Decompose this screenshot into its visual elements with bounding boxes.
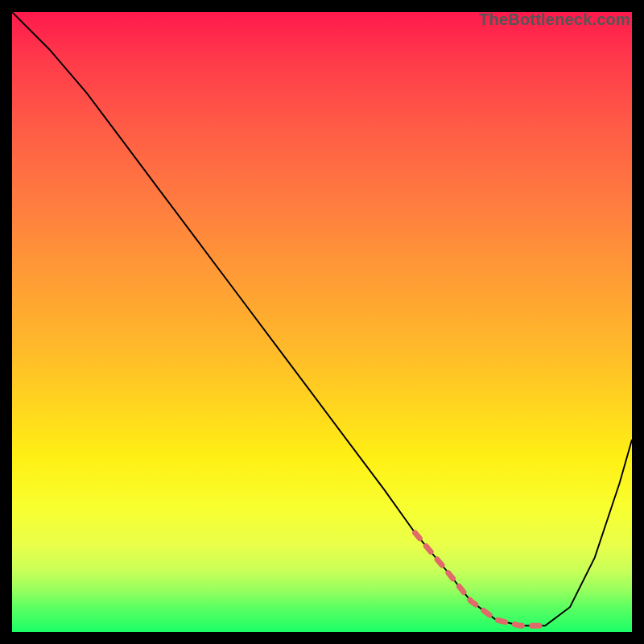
chart-frame: TheBottleneck.com xyxy=(12,12,632,632)
watermark-text: TheBottleneck.com xyxy=(479,10,630,29)
bottleneck-curve xyxy=(12,12,632,625)
valley-highlight xyxy=(415,533,546,626)
bottleneck-curve-svg xyxy=(12,12,632,632)
